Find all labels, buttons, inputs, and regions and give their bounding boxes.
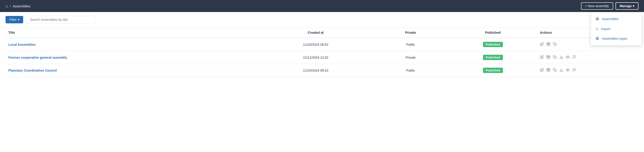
delete-icon-2[interactable]	[546, 68, 550, 73]
breadcrumb-separator: /	[10, 4, 11, 8]
col-header-title: Title	[6, 27, 259, 38]
table-row: Planetary Coordination Council11/10/2024…	[6, 64, 638, 77]
edit-icon-2[interactable]	[540, 68, 544, 73]
actions-cell-1	[540, 55, 636, 60]
actions-cell-2	[540, 68, 636, 73]
flag-icon-1[interactable]	[572, 55, 576, 60]
new-assembly-label: + New assembly	[585, 4, 609, 8]
svg-rect-20	[554, 70, 556, 72]
delete-icon-0[interactable]	[546, 42, 550, 47]
dropdown-item-import[interactable]: ◇ Import	[591, 24, 642, 34]
private-0: Public	[373, 38, 449, 51]
assemblies-menu-label: Assemblies	[602, 17, 619, 21]
created-at-0: 11/10/2024 08:52	[259, 38, 373, 51]
published-0: Published	[448, 38, 537, 51]
delete-icon-1[interactable]	[546, 55, 550, 60]
published-badge-0: Published	[483, 42, 503, 47]
download-icon-2[interactable]	[560, 68, 563, 73]
page-title: Assemblies	[13, 4, 30, 8]
filter-button[interactable]: Filter ▾	[6, 16, 23, 23]
manage-label: Manage	[620, 4, 632, 8]
published-2: Published	[448, 64, 537, 77]
download-icon-1[interactable]	[560, 55, 563, 60]
header-actions: + New assembly Manage ▾	[581, 2, 638, 10]
table-row: Farmes cooperative general assembly21/11…	[6, 51, 638, 64]
private-1: Private	[373, 51, 449, 64]
svg-rect-5	[554, 44, 556, 46]
actions-2	[537, 64, 638, 77]
published-badge-2: Published	[483, 68, 503, 73]
filter-label: Filter	[9, 18, 16, 21]
import-menu-icon: ◇	[596, 27, 598, 31]
view-icon-1[interactable]	[566, 55, 570, 60]
table-header-row: Title Created at Private Published Actio…	[6, 27, 638, 38]
assemblies-table-container: Title Created at Private Published Actio…	[0, 27, 644, 77]
copy-icon-1[interactable]	[553, 55, 557, 60]
copy-icon-2[interactable]	[553, 68, 557, 73]
published-badge-1: Published	[483, 55, 503, 60]
dropdown-item-assemblies[interactable]: 🏛 Assemblies	[591, 14, 642, 24]
assemblies-menu-icon: 🏛	[596, 17, 599, 21]
manage-button[interactable]: Manage ▾	[616, 2, 638, 10]
filter-chevron-icon: ▾	[18, 18, 20, 21]
assembly-link-0[interactable]: Local Assemblies	[8, 43, 36, 46]
published-1: Published	[448, 51, 537, 64]
view-icon-2[interactable]	[566, 68, 570, 73]
svg-point-22	[567, 70, 568, 71]
header: ⌂ / Assemblies + New assembly Manage ▾ 🏛…	[0, 0, 644, 12]
assembly-link-2[interactable]: Planetary Coordination Council	[8, 69, 57, 72]
assemblies-table: Title Created at Private Published Actio…	[6, 27, 638, 77]
home-icon: ⌂	[6, 4, 8, 8]
col-header-published: Published	[448, 27, 537, 38]
actions-1	[537, 51, 638, 64]
manage-dropdown: 🏛 Assemblies ◇ Import 🏛 Assemblies types	[591, 12, 642, 46]
import-menu-label: Import	[601, 27, 610, 31]
assembly-link-1[interactable]: Farmes cooperative general assembly	[8, 56, 67, 59]
dropdown-item-assemblies-types[interactable]: 🏛 Assemblies types	[591, 34, 642, 43]
created-at-1: 21/11/2024 13:32	[259, 51, 373, 64]
toolbar: Filter ▾	[0, 12, 644, 27]
main-content: Filter ▾ Title Created at Private Publis…	[0, 12, 644, 152]
breadcrumb: ⌂ / Assemblies	[6, 4, 581, 8]
copy-icon-0[interactable]	[553, 42, 557, 47]
private-2: Public	[373, 64, 449, 77]
svg-rect-11	[554, 57, 556, 59]
svg-point-13	[567, 57, 568, 58]
assemblies-types-menu-icon: 🏛	[596, 36, 599, 41]
col-header-private: Private	[373, 27, 449, 38]
chevron-down-icon: ▾	[633, 4, 634, 8]
edit-icon-0[interactable]	[540, 42, 544, 47]
flag-icon-2[interactable]	[572, 68, 576, 73]
col-header-created: Created at	[259, 27, 373, 38]
edit-icon-1[interactable]	[540, 55, 544, 60]
table-row: Local Assemblies11/10/2024 08:52PublicPu…	[6, 38, 638, 51]
new-assembly-button[interactable]: + New assembly	[581, 2, 613, 10]
created-at-2: 11/10/2024 09:10	[259, 64, 373, 77]
search-input[interactable]	[26, 16, 96, 24]
assemblies-types-menu-label: Assemblies types	[602, 37, 627, 40]
